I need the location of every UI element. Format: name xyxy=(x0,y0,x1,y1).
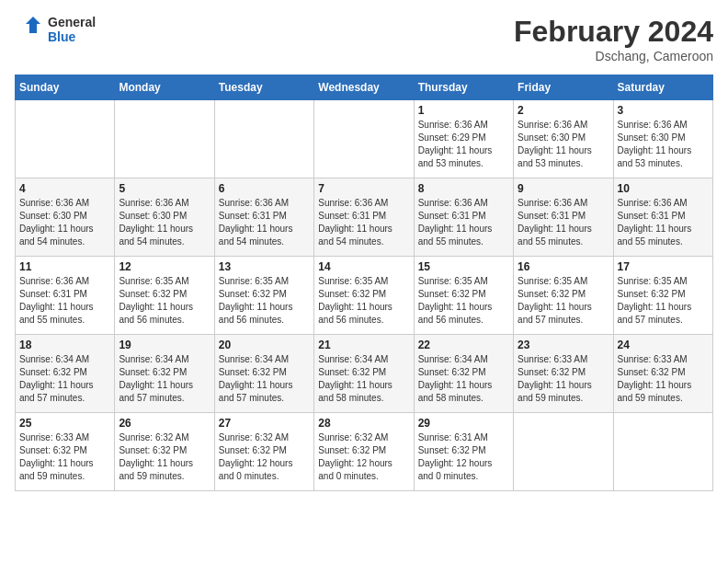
calendar-cell: 27Sunrise: 6:32 AM Sunset: 6:32 PM Dayli… xyxy=(214,413,313,491)
calendar-cell: 10Sunrise: 6:36 AM Sunset: 6:31 PM Dayli… xyxy=(613,178,712,257)
calendar-cell: 28Sunrise: 6:32 AM Sunset: 6:32 PM Dayli… xyxy=(314,413,414,491)
calendar-cell: 7Sunrise: 6:36 AM Sunset: 6:31 PM Daylig… xyxy=(314,178,414,257)
day-number: 1 xyxy=(418,104,509,117)
calendar-cell: 14Sunrise: 6:35 AM Sunset: 6:32 PM Dayli… xyxy=(314,257,414,335)
day-info: Sunrise: 6:36 AM Sunset: 6:31 PM Dayligh… xyxy=(219,197,310,248)
day-number: 20 xyxy=(219,339,310,351)
location-subtitle: Dschang, Cameroon xyxy=(514,49,713,63)
day-info: Sunrise: 6:32 AM Sunset: 6:32 PM Dayligh… xyxy=(219,431,310,483)
calendar-cell xyxy=(115,100,214,178)
day-header-thursday: Thursday xyxy=(414,75,513,100)
day-number: 27 xyxy=(219,417,310,430)
calendar-cell: 18Sunrise: 6:34 AM Sunset: 6:32 PM Dayli… xyxy=(16,335,115,413)
day-info: Sunrise: 6:36 AM Sunset: 6:31 PM Dayligh… xyxy=(318,197,409,248)
calendar-cell xyxy=(16,100,115,178)
day-number: 25 xyxy=(19,417,110,430)
day-header-saturday: Saturday xyxy=(613,75,712,100)
calendar-cell: 15Sunrise: 6:35 AM Sunset: 6:32 PM Dayli… xyxy=(414,257,513,335)
day-number: 24 xyxy=(618,339,709,351)
day-number: 5 xyxy=(119,182,210,195)
calendar-cell: 24Sunrise: 6:33 AM Sunset: 6:32 PM Dayli… xyxy=(613,335,712,413)
day-number: 13 xyxy=(219,260,310,273)
day-info: Sunrise: 6:36 AM Sunset: 6:30 PM Dayligh… xyxy=(618,119,709,170)
calendar-cell: 19Sunrise: 6:34 AM Sunset: 6:32 PM Dayli… xyxy=(115,335,214,413)
day-info: Sunrise: 6:36 AM Sunset: 6:30 PM Dayligh… xyxy=(19,197,110,248)
day-number: 21 xyxy=(318,339,409,351)
calendar-cell: 3Sunrise: 6:36 AM Sunset: 6:30 PM Daylig… xyxy=(613,100,712,178)
calendar-cell: 17Sunrise: 6:35 AM Sunset: 6:32 PM Dayli… xyxy=(613,257,712,335)
day-info: Sunrise: 6:35 AM Sunset: 6:32 PM Dayligh… xyxy=(318,275,409,327)
day-info: Sunrise: 6:34 AM Sunset: 6:32 PM Dayligh… xyxy=(119,353,210,405)
calendar-cell xyxy=(214,100,313,178)
day-number: 8 xyxy=(418,182,509,195)
day-info: Sunrise: 6:32 AM Sunset: 6:32 PM Dayligh… xyxy=(119,431,210,483)
day-number: 17 xyxy=(618,260,709,273)
logo: General Blue xyxy=(15,15,96,44)
day-info: Sunrise: 6:36 AM Sunset: 6:31 PM Dayligh… xyxy=(418,197,509,248)
calendar-cell: 22Sunrise: 6:34 AM Sunset: 6:32 PM Dayli… xyxy=(414,335,513,413)
day-info: Sunrise: 6:36 AM Sunset: 6:30 PM Dayligh… xyxy=(518,119,609,170)
day-number: 16 xyxy=(518,260,609,273)
day-info: Sunrise: 6:31 AM Sunset: 6:32 PM Dayligh… xyxy=(418,431,509,483)
day-number: 11 xyxy=(19,260,110,273)
day-number: 15 xyxy=(418,260,509,273)
calendar-cell: 2Sunrise: 6:36 AM Sunset: 6:30 PM Daylig… xyxy=(514,100,613,178)
calendar-cell: 12Sunrise: 6:35 AM Sunset: 6:32 PM Dayli… xyxy=(115,257,214,335)
day-number: 3 xyxy=(618,104,709,117)
day-info: Sunrise: 6:36 AM Sunset: 6:31 PM Dayligh… xyxy=(19,275,110,327)
day-info: Sunrise: 6:34 AM Sunset: 6:32 PM Dayligh… xyxy=(418,353,509,405)
calendar-cell: 5Sunrise: 6:36 AM Sunset: 6:30 PM Daylig… xyxy=(115,178,214,257)
month-year-title: February 2024 xyxy=(514,15,713,49)
day-info: Sunrise: 6:36 AM Sunset: 6:31 PM Dayligh… xyxy=(618,197,709,248)
day-number: 28 xyxy=(318,417,409,430)
day-number: 7 xyxy=(318,182,409,195)
calendar-cell xyxy=(314,100,414,178)
day-header-friday: Friday xyxy=(514,75,613,100)
day-info: Sunrise: 6:35 AM Sunset: 6:32 PM Dayligh… xyxy=(119,275,210,327)
day-info: Sunrise: 6:32 AM Sunset: 6:32 PM Dayligh… xyxy=(318,431,409,483)
day-info: Sunrise: 6:36 AM Sunset: 6:31 PM Dayligh… xyxy=(518,197,609,248)
day-number: 14 xyxy=(318,260,409,273)
calendar-cell: 8Sunrise: 6:36 AM Sunset: 6:31 PM Daylig… xyxy=(414,178,513,257)
day-info: Sunrise: 6:34 AM Sunset: 6:32 PM Dayligh… xyxy=(318,353,409,405)
calendar-cell: 29Sunrise: 6:31 AM Sunset: 6:32 PM Dayli… xyxy=(414,413,513,491)
calendar-cell: 23Sunrise: 6:33 AM Sunset: 6:32 PM Dayli… xyxy=(514,335,613,413)
day-number: 2 xyxy=(518,104,609,117)
day-header-wednesday: Wednesday xyxy=(314,75,414,100)
page-header: General Blue February 2024 Dschang, Came… xyxy=(15,15,713,63)
logo-blue: Blue xyxy=(48,29,96,44)
day-info: Sunrise: 6:35 AM Sunset: 6:32 PM Dayligh… xyxy=(219,275,310,327)
day-header-tuesday: Tuesday xyxy=(214,75,313,100)
calendar-cell: 11Sunrise: 6:36 AM Sunset: 6:31 PM Dayli… xyxy=(16,257,115,335)
day-info: Sunrise: 6:35 AM Sunset: 6:32 PM Dayligh… xyxy=(518,275,609,327)
day-info: Sunrise: 6:36 AM Sunset: 6:30 PM Dayligh… xyxy=(119,197,210,248)
day-number: 12 xyxy=(119,260,210,273)
day-header-monday: Monday xyxy=(115,75,214,100)
logo-icon xyxy=(15,15,44,44)
day-number: 6 xyxy=(219,182,310,195)
calendar-cell: 6Sunrise: 6:36 AM Sunset: 6:31 PM Daylig… xyxy=(214,178,313,257)
day-number: 26 xyxy=(119,417,210,430)
calendar-cell: 20Sunrise: 6:34 AM Sunset: 6:32 PM Dayli… xyxy=(214,335,313,413)
day-info: Sunrise: 6:33 AM Sunset: 6:32 PM Dayligh… xyxy=(518,353,609,405)
day-info: Sunrise: 6:36 AM Sunset: 6:29 PM Dayligh… xyxy=(418,119,509,170)
calendar-cell: 13Sunrise: 6:35 AM Sunset: 6:32 PM Dayli… xyxy=(214,257,313,335)
day-number: 18 xyxy=(19,339,110,351)
calendar-cell: 21Sunrise: 6:34 AM Sunset: 6:32 PM Dayli… xyxy=(314,335,414,413)
day-number: 19 xyxy=(119,339,210,351)
day-header-sunday: Sunday xyxy=(16,75,115,100)
day-number: 4 xyxy=(19,182,110,195)
day-info: Sunrise: 6:34 AM Sunset: 6:32 PM Dayligh… xyxy=(219,353,310,405)
day-info: Sunrise: 6:35 AM Sunset: 6:32 PM Dayligh… xyxy=(418,275,509,327)
calendar-cell: 9Sunrise: 6:36 AM Sunset: 6:31 PM Daylig… xyxy=(514,178,613,257)
day-info: Sunrise: 6:35 AM Sunset: 6:32 PM Dayligh… xyxy=(618,275,709,327)
calendar-cell: 1Sunrise: 6:36 AM Sunset: 6:29 PM Daylig… xyxy=(414,100,513,178)
calendar-cell xyxy=(514,413,613,491)
calendar-cell: 26Sunrise: 6:32 AM Sunset: 6:32 PM Dayli… xyxy=(115,413,214,491)
svg-marker-0 xyxy=(26,17,40,33)
calendar-cell: 16Sunrise: 6:35 AM Sunset: 6:32 PM Dayli… xyxy=(514,257,613,335)
day-number: 10 xyxy=(618,182,709,195)
calendar-cell: 4Sunrise: 6:36 AM Sunset: 6:30 PM Daylig… xyxy=(16,178,115,257)
day-number: 9 xyxy=(518,182,609,195)
calendar-cell: 25Sunrise: 6:33 AM Sunset: 6:32 PM Dayli… xyxy=(16,413,115,491)
